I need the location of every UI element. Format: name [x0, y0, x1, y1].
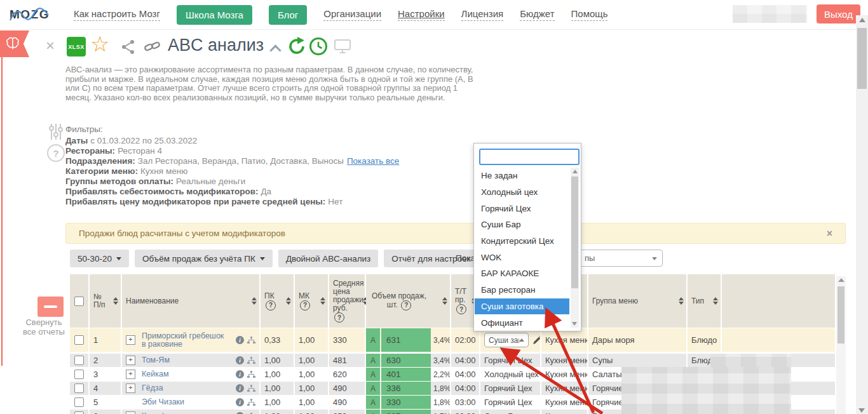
close-report-icon[interactable]: ×: [46, 37, 55, 55]
dish-name-link[interactable]: Гёдза: [142, 384, 163, 392]
scroll-up-arrow-icon[interactable]: [573, 170, 578, 173]
info-icon[interactable]: i: [236, 336, 244, 344]
scroll-up-arrow-icon[interactable]: [838, 278, 844, 282]
row-checkbox[interactable]: [74, 335, 84, 345]
permalink-icon[interactable]: [144, 39, 161, 54]
help-icon[interactable]: ?: [334, 312, 344, 323]
dropdown-item[interactable]: Не задан: [475, 168, 569, 184]
tech-card-icon[interactable]: [247, 385, 255, 392]
header-cell-menu-group[interactable]: Группа меню: [588, 274, 688, 328]
tech-card-icon[interactable]: [247, 357, 255, 364]
dropdown-item[interactable]: Бар ресторан: [475, 282, 569, 298]
logout-button[interactable]: Выход: [817, 4, 860, 23]
dropdown-item[interactable]: Официант: [475, 314, 569, 331]
help-icon[interactable]: ?: [266, 300, 276, 310]
monitor-icon[interactable]: [334, 39, 351, 53]
sort-icon[interactable]: [711, 297, 718, 305]
dropdown-item[interactable]: БАР КАРАОКЕ: [475, 265, 569, 282]
header-cell-sales-volume[interactable]: Объем продаж, шт. ?: [366, 274, 451, 328]
toolbar-button[interactable]: Двойной АВС-анализ: [278, 250, 378, 267]
dish-name-link[interactable]: Кейкам: [142, 370, 169, 378]
favorite-star-icon[interactable]: ☆: [90, 33, 109, 55]
refresh-icon[interactable]: [287, 37, 306, 56]
row-checkbox[interactable]: [74, 356, 84, 365]
dish-name-link[interactable]: Приморский гребешок в раковине: [142, 332, 229, 348]
expand-icon[interactable]: +: [126, 356, 135, 365]
info-icon[interactable]: i: [236, 398, 244, 406]
top-nav-link[interactable]: Настройки: [398, 8, 445, 21]
sort-icon[interactable]: [677, 297, 684, 305]
dropdown-item[interactable]: Горячий Цех: [475, 200, 569, 217]
help-icon[interactable]: ?: [300, 300, 310, 310]
expand-icon[interactable]: +: [126, 384, 135, 393]
row-checkbox[interactable]: [74, 370, 84, 379]
scrollbar-thumb[interactable]: [571, 177, 578, 288]
tech-card-icon[interactable]: [247, 399, 255, 406]
table-scrollbar[interactable]: [836, 276, 846, 414]
scroll-up-arrow-icon[interactable]: [859, 18, 865, 22]
schedule-clock-icon[interactable]: [309, 37, 328, 56]
top-nav-link[interactable]: Как настроить Мозг: [74, 8, 160, 21]
expand-icon[interactable]: +: [126, 370, 135, 379]
header-cell-type[interactable]: Тип: [688, 274, 722, 328]
dropdown-item[interactable]: Суши заготовка: [475, 298, 569, 315]
sort-icon[interactable]: [318, 297, 325, 305]
sort-icon[interactable]: [111, 297, 118, 305]
header-cell-avg-price[interactable]: Средняя цена продажи, руб. ?: [329, 274, 366, 328]
help-question-icon[interactable]: ?: [47, 144, 65, 162]
dropdown-item[interactable]: Суши Бар: [475, 217, 569, 233]
header-cell-num[interactable]: № П/п: [90, 274, 122, 328]
header-cell-mk[interactable]: МК ?: [295, 274, 329, 328]
share-icon[interactable]: [121, 39, 136, 55]
dropdown-item[interactable]: WOK: [475, 249, 569, 265]
top-nav-link[interactable]: Лицензия: [461, 8, 504, 21]
tech-card-icon[interactable]: [247, 371, 255, 378]
collapse-chevron-icon[interactable]: [269, 44, 281, 56]
scroll-down-arrow-icon[interactable]: [858, 408, 865, 413]
dropdown-item[interactable]: Кондитерский Цех: [475, 233, 569, 250]
sort-icon[interactable]: [440, 297, 447, 305]
tech-card-icon[interactable]: [247, 337, 255, 344]
dish-name-link[interactable]: Том-Ям: [142, 356, 170, 364]
collapse-all-reports-button[interactable]: [37, 297, 64, 317]
row-checkbox[interactable]: [74, 411, 84, 414]
help-icon[interactable]: ?: [401, 300, 411, 310]
top-nav-link[interactable]: Бюджет: [520, 8, 554, 21]
sort-icon[interactable]: [250, 297, 257, 305]
info-icon[interactable]: i: [236, 356, 244, 364]
row-checkbox[interactable]: [74, 397, 84, 407]
expand-icon[interactable]: +: [126, 335, 135, 345]
notice-close-icon[interactable]: ×: [827, 228, 832, 239]
top-nav-link[interactable]: Блог: [269, 5, 307, 25]
top-nav-link[interactable]: Помощь: [571, 8, 608, 21]
edit-pencil-icon[interactable]: [533, 336, 541, 344]
dish-name-link[interactable]: Эби Чизаки: [142, 398, 184, 406]
sort-icon[interactable]: [284, 297, 291, 305]
row-checkbox[interactable]: [74, 384, 84, 393]
info-icon[interactable]: i: [236, 384, 244, 392]
help-icon[interactable]: ?: [456, 304, 466, 314]
scroll-down-arrow-icon[interactable]: [572, 322, 577, 326]
mozg-logo[interactable]: MOZG: [9, 3, 53, 27]
expand-icon[interactable]: +: [126, 411, 135, 414]
scrollbar-thumb[interactable]: [837, 286, 844, 344]
report-brain-tab[interactable]: [0, 30, 29, 57]
select-all-checkbox[interactable]: [74, 297, 84, 306]
workshop-select[interactable]: Суши заг...: [484, 333, 529, 347]
scrollbar-thumb[interactable]: [857, 28, 867, 89]
top-nav-link[interactable]: Школа Мозга: [177, 5, 252, 25]
top-nav-link[interactable]: Организации: [323, 8, 381, 21]
toolbar-button[interactable]: Объём продаж без учёта ПК: [135, 250, 273, 267]
dropdown-item[interactable]: Холодный цех: [475, 184, 569, 201]
header-cell-name[interactable]: Наименование: [122, 274, 261, 328]
show-all-link[interactable]: Показать все: [347, 156, 399, 166]
page-scrollbar[interactable]: [856, 15, 868, 414]
dropdown-scrollbar[interactable]: [571, 168, 579, 328]
toolbar-button[interactable]: 50-30-20: [70, 250, 129, 267]
group-filter-select[interactable]: пы: [570, 250, 663, 267]
filter-label: Рестораны:: [65, 146, 115, 156]
dropdown-search-input[interactable]: [479, 149, 580, 165]
info-icon[interactable]: i: [236, 370, 244, 378]
header-cell-pk[interactable]: ПК ?: [261, 274, 295, 328]
xlsx-export-icon[interactable]: XLSX: [67, 37, 86, 57]
